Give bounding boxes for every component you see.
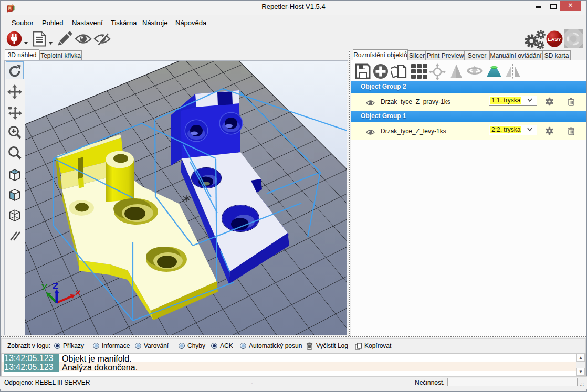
- svg-text:EASY: EASY: [548, 36, 562, 42]
